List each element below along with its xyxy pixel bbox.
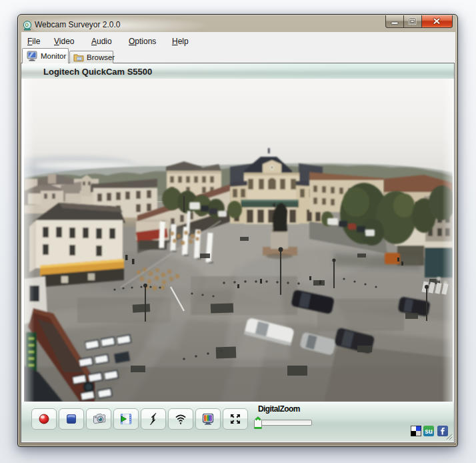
svg-text:su: su [425, 428, 433, 435]
